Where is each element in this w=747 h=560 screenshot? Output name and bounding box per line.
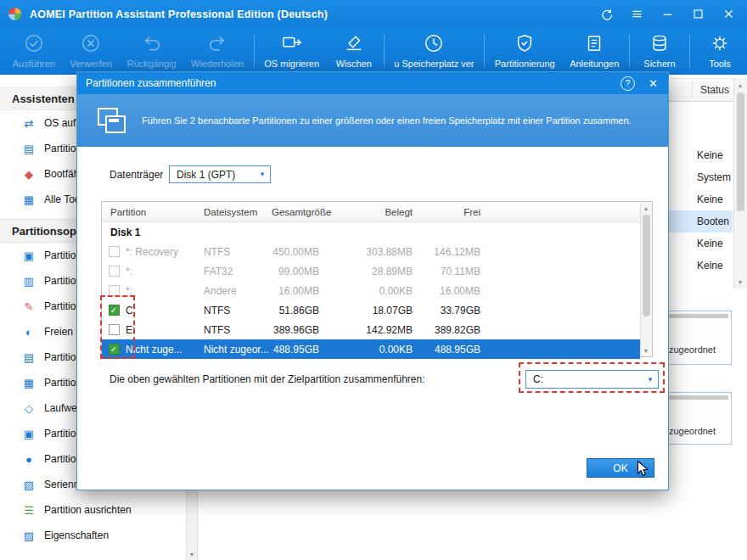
toolbar-separator [484, 35, 485, 67]
notebook-icon [584, 33, 604, 57]
column-divider [692, 81, 693, 98]
chevron-down-icon: ▼ [255, 171, 270, 178]
dialog-close-icon[interactable]: ✕ [649, 77, 658, 90]
partition-icon: ● [22, 453, 36, 466]
toolbar-separator [254, 35, 255, 67]
scroll-up-icon[interactable]: ▲ [735, 79, 745, 91]
pencil-icon: ✎ [22, 300, 36, 313]
close-button[interactable] [720, 6, 737, 23]
scroll-down-icon[interactable]: ▼ [641, 344, 651, 356]
chevron-down-icon: ▼ [643, 376, 658, 384]
properties-icon: ▨ [22, 529, 36, 542]
table-row[interactable]: *: Recovery NTFS 450.00MB 303.88MB 146.1… [102, 242, 640, 261]
gear-icon [710, 33, 730, 57]
toolbar-separator [629, 35, 630, 67]
clock-icon: ◐ [22, 326, 36, 339]
row-checkbox[interactable] [109, 266, 120, 277]
migrate-os-icon: ⇄ [22, 117, 36, 130]
dialog-body: Datenträger Disk 1 (GPT) ▼ Partition Dat… [77, 147, 668, 491]
migrate-os-icon [281, 33, 303, 57]
merge-partitions-dialog: Partitionen zusammenführen ? ✕ Führen Si… [76, 71, 669, 490]
wipe-icon [344, 33, 364, 57]
maximize-button[interactable] [689, 6, 706, 23]
apply-button[interactable]: Ausführen [5, 33, 63, 69]
partitioning-button[interactable]: Partitionierung [487, 33, 562, 69]
partition-icon: ▥ [22, 275, 36, 288]
mouse-cursor [637, 460, 651, 481]
table-row-e-drive[interactable]: E: NTFS 389.96GB 142.92MB 389.82GB [102, 320, 640, 339]
table-row[interactable]: *: Andere 16.00MB 0.00KB 16.00MB [102, 281, 640, 300]
disk-label: Datenträger [110, 169, 163, 181]
drive-icon: ◇ [22, 402, 36, 415]
table-scrollbar[interactable]: ▲ ▼ [640, 202, 652, 356]
database-icon [649, 33, 670, 57]
wipe-button[interactable]: Wischen [327, 33, 381, 69]
tools-button[interactable]: Tools [693, 33, 747, 69]
scrollbar-thumb[interactable] [643, 215, 650, 316]
main-toolbar: Ausführen Verwerfen Rückgängig Wiederhol… [0, 28, 747, 75]
list-scrollbar[interactable]: ▲ ▼ [733, 78, 747, 288]
redo-button[interactable]: Wiederholen [183, 33, 250, 69]
dialog-title: Partitionen zusammenführen [86, 77, 621, 89]
bootable-media-icon: ◆ [22, 168, 36, 181]
apply-icon [24, 33, 44, 57]
sidebar-item-properties[interactable]: ▨Eigenschaften [0, 523, 197, 548]
help-icon[interactable]: ? [621, 76, 635, 91]
row-checkbox-checked[interactable] [109, 344, 120, 355]
serial-number-icon: ▧ [22, 479, 36, 491]
allocate-free-space-button[interactable]: u Speicherplatz ver [387, 33, 481, 69]
clock-icon [424, 33, 444, 57]
partition-icon: ▣ [22, 249, 36, 262]
dialog-description: Führen Sie 2 benachbarte Partitionen zu … [142, 115, 632, 126]
partition-icon: ▣ [22, 428, 36, 440]
partition-icon: ▦ [22, 377, 36, 389]
partition-icon: ▤ [22, 351, 36, 364]
all-tools-icon: ▦ [22, 193, 36, 206]
window-title: AOMEI Partition Assistant Professional E… [30, 8, 328, 20]
backup-button[interactable]: Sichern [632, 33, 687, 69]
toolbar-separator [384, 35, 385, 67]
dialog-title-bar: Partitionen zusammenführen ? ✕ [77, 72, 668, 94]
migrate-os-button[interactable]: OS migrieren [257, 33, 327, 69]
menu-icon[interactable] [628, 6, 645, 23]
scrollbar-thumb[interactable] [737, 92, 744, 211]
table-row-unallocated-selected[interactable]: Nicht zuge... Nicht zugeor... 488.95GB 0… [102, 339, 640, 359]
status-column-header[interactable]: Status [700, 84, 729, 96]
minimize-button[interactable] [659, 6, 676, 23]
row-checkbox[interactable] [109, 246, 120, 257]
partition-wizard-icon: ▤ [22, 143, 36, 155]
tutorials-button[interactable]: Anleitungen [562, 33, 626, 69]
discard-button[interactable]: Verwerfen [63, 33, 120, 69]
partition-table: Partition Dateisystem Gesamtgröße Belegt… [101, 201, 653, 357]
target-partition-dropdown[interactable]: C: ▼ [525, 370, 659, 389]
table-row[interactable]: *: FAT32 99.00MB 28.89MB 70.11MB [102, 261, 640, 281]
redo-icon [207, 33, 227, 57]
title-bar: AOMEI Partition Assistant Professional E… [0, 0, 747, 28]
app-logo-icon [8, 7, 22, 21]
scroll-down-icon[interactable]: ▼ [735, 276, 745, 288]
app-window: AOMEI Partition Assistant Professional E… [0, 0, 747, 560]
align-icon: ☰ [22, 504, 36, 517]
disk-group-row: Disk 1 [102, 222, 640, 242]
dialog-header: Führen Sie 2 benachbarte Partitionen zu … [77, 94, 668, 147]
merge-partitions-icon [98, 108, 126, 133]
table-header: Partition Dateisystem Gesamtgröße Belegt… [102, 202, 640, 222]
row-checkbox-checked[interactable] [109, 305, 120, 316]
refresh-icon[interactable] [598, 6, 615, 23]
row-checkbox[interactable] [109, 285, 120, 296]
undo-button[interactable]: Rückgängig [120, 33, 184, 69]
table-row-c-drive[interactable]: C: NTFS 51.86GB 18.07GB 33.79GB [102, 300, 640, 320]
sidebar-item-align-partition[interactable]: ☰Partition ausrichten [0, 497, 197, 523]
unallocated-label: zugeordnet [669, 344, 716, 355]
discard-icon [81, 33, 101, 57]
disk-dropdown[interactable]: Disk 1 (GPT) ▼ [169, 165, 271, 183]
row-checkbox[interactable] [109, 324, 120, 335]
undo-icon [142, 33, 162, 57]
scroll-up-icon[interactable]: ▲ [641, 202, 651, 214]
target-partition-label: Die oben gewählten Partitionen mit der Z… [110, 373, 425, 385]
unallocated-label: zugeordnet [669, 426, 716, 436]
toolbar-separator [689, 35, 690, 67]
scroll-down-icon[interactable]: ▼ [187, 548, 197, 560]
shield-icon [514, 33, 535, 57]
